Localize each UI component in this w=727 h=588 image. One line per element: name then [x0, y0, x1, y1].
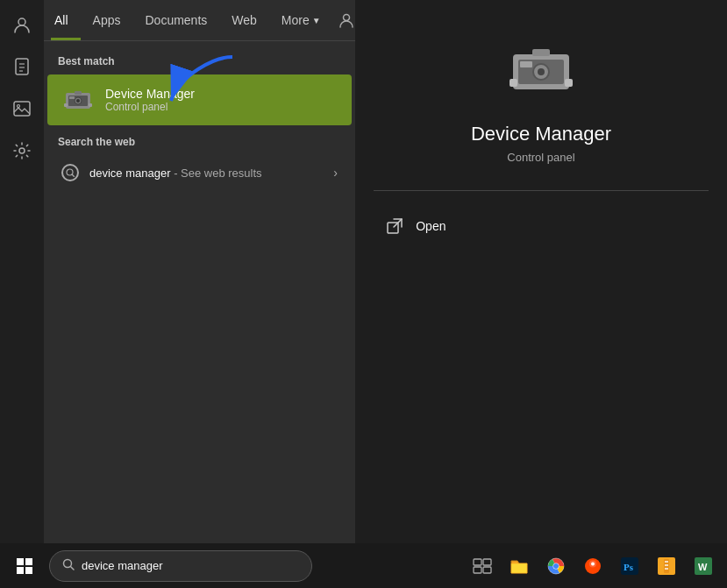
device-manager-text: Device Manager Control panel — [105, 87, 195, 113]
web-search-text: device manager - See web results — [89, 166, 333, 180]
svg-rect-5 — [14, 102, 30, 116]
sidebar-icon-2[interactable] — [4, 49, 39, 84]
right-panel: Device Manager Control panel Open — [355, 0, 727, 543]
svg-rect-32 — [17, 558, 24, 565]
taskbar-extra[interactable]: W — [687, 549, 720, 583]
svg-text:Ps: Ps — [624, 562, 634, 572]
taskbar-chrome[interactable] — [539, 549, 573, 583]
sidebar — [0, 0, 44, 543]
svg-line-21 — [72, 174, 75, 177]
web-search-icon — [61, 164, 79, 181]
taskbar-photoshop[interactable]: Ps — [613, 549, 646, 583]
search-results: Best match Device Manager Control panel — [44, 41, 355, 543]
svg-rect-39 — [483, 559, 491, 565]
svg-point-44 — [553, 563, 559, 569]
web-search-result[interactable]: device manager - See web results › — [47, 155, 352, 190]
tab-web[interactable]: Web — [219, 0, 269, 40]
svg-rect-29 — [565, 79, 573, 87]
web-section: Search the web device manager - See web … — [44, 132, 355, 190]
svg-rect-28 — [510, 79, 517, 87]
open-action[interactable]: Open — [374, 209, 709, 244]
svg-point-8 — [343, 15, 349, 21]
taskbar-file-explorer[interactable] — [502, 549, 536, 583]
svg-rect-27 — [532, 49, 550, 56]
svg-rect-41 — [483, 567, 491, 573]
tab-more[interactable]: More ▼ — [269, 0, 333, 40]
svg-rect-18 — [89, 103, 92, 107]
start-button[interactable] — [7, 549, 42, 584]
svg-point-47 — [591, 562, 595, 565]
result-subtitle: Control panel — [105, 101, 195, 113]
search-panel: All Apps Documents Web More ▼ — [44, 0, 355, 543]
taskbar-search-box[interactable]: device manager — [49, 550, 312, 582]
svg-line-37 — [71, 567, 75, 570]
right-panel-divider — [374, 190, 709, 191]
tab-apps[interactable]: Apps — [81, 0, 133, 40]
svg-text:W: W — [698, 562, 708, 572]
svg-point-26 — [538, 68, 545, 75]
tab-all[interactable]: All — [51, 0, 81, 40]
svg-rect-35 — [25, 567, 32, 574]
svg-rect-30 — [520, 61, 532, 67]
taskbar-winzip[interactable] — [650, 549, 683, 583]
device-manager-icon — [61, 83, 95, 117]
taskbar-task-view[interactable] — [466, 549, 499, 583]
sidebar-icon-3[interactable] — [4, 91, 39, 126]
svg-point-6 — [18, 105, 20, 108]
svg-rect-34 — [17, 567, 24, 574]
web-result-arrow: › — [333, 166, 338, 180]
svg-rect-38 — [474, 559, 481, 565]
right-panel-device-manager-icon — [506, 35, 576, 105]
sidebar-icon-1[interactable] — [4, 7, 39, 42]
search-the-web-label: Search the web — [44, 132, 355, 155]
taskbar-icons: Ps W — [466, 549, 720, 583]
result-title: Device Manager — [105, 87, 195, 101]
taskbar-search-icon — [62, 558, 75, 573]
svg-rect-17 — [64, 103, 68, 107]
sidebar-icon-4[interactable] — [4, 133, 39, 168]
taskbar-search-text: device manager — [82, 559, 163, 572]
svg-rect-33 — [25, 558, 32, 565]
tab-documents[interactable]: Documents — [132, 0, 219, 40]
right-panel-title: Device Manager — [471, 123, 611, 145]
more-dropdown-arrow: ▼ — [312, 16, 321, 25]
svg-point-0 — [18, 18, 25, 25]
svg-rect-52 — [665, 561, 668, 563]
svg-rect-54 — [665, 568, 668, 570]
svg-point-7 — [19, 148, 25, 153]
svg-rect-19 — [69, 96, 75, 99]
right-panel-subtitle: Control panel — [507, 151, 574, 164]
svg-rect-1 — [16, 59, 28, 74]
best-match-label: Best match — [44, 52, 355, 74]
open-action-icon — [384, 216, 405, 237]
taskbar-browser2[interactable] — [576, 549, 609, 583]
device-manager-result[interactable]: Device Manager Control panel — [47, 74, 352, 125]
svg-rect-40 — [474, 567, 481, 573]
svg-rect-16 — [75, 91, 82, 95]
svg-point-15 — [76, 99, 80, 103]
tabs-bar: All Apps Documents Web More ▼ — [44, 0, 355, 41]
svg-rect-53 — [665, 564, 668, 566]
open-action-label: Open — [416, 219, 445, 233]
taskbar: device manager — [0, 543, 727, 588]
